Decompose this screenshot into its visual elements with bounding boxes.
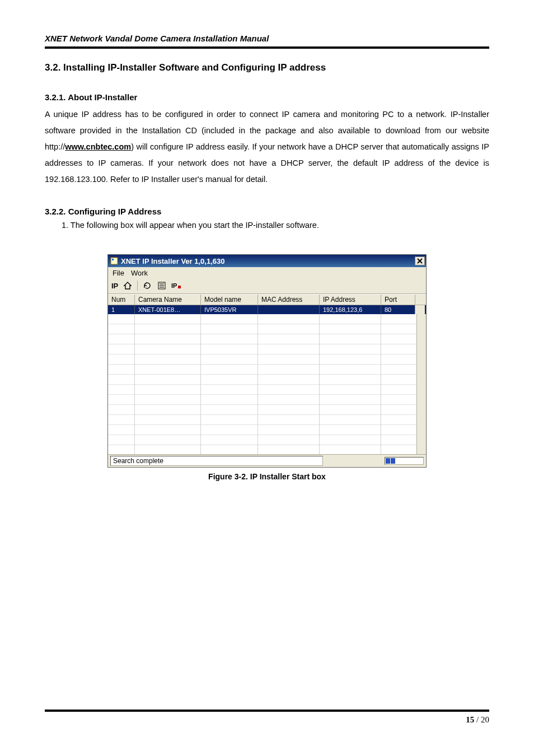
menu-file[interactable]: File (113, 269, 124, 277)
cell-model: IVP5035VR (201, 305, 258, 314)
website-link[interactable]: www.cnbtec.com (65, 142, 131, 151)
list-header: Num Camera Name Model name MAC Address I… (108, 294, 426, 305)
list-row-selected[interactable]: 1 XNET-001E8… IVP5035VR 192,168,123,6 80 (108, 305, 426, 314)
close-icon (417, 258, 423, 264)
divider-top (45, 46, 489, 49)
status-text: Search complete (110, 456, 323, 466)
list-icon (157, 281, 166, 290)
page-total: 20 (481, 715, 489, 724)
refresh-icon (143, 281, 152, 290)
svg-rect-0 (111, 258, 118, 264)
cell-port: 80 (381, 305, 415, 314)
toolbar-home-button[interactable] (121, 280, 134, 291)
page-sep: / (474, 715, 481, 724)
page-number: 15 / 20 (45, 715, 489, 725)
figure-caption: Figure 3-2. IP Installer Start box (45, 472, 489, 481)
col-header-ip[interactable]: IP Address (320, 295, 381, 305)
svg-text:IP: IP (171, 282, 177, 289)
toolbar-list-button[interactable] (156, 280, 168, 291)
app-icon (110, 257, 118, 265)
subsection-2-title: 3.2.2. Configuring IP Address (45, 207, 489, 216)
progress-bar (385, 457, 424, 465)
col-header-camera[interactable]: Camera Name (135, 295, 201, 305)
device-list: Num Camera Name Model name MAC Address I… (108, 294, 426, 454)
window-title: XNET IP Installer Ver 1,0,1,630 (121, 257, 415, 265)
doc-header: XNET Network Vandal Dome Camera Installa… (45, 34, 489, 43)
toolbar-separator (137, 281, 138, 291)
col-header-num[interactable]: Num (108, 295, 135, 305)
paragraph-about: A unique IP address has to be configured… (45, 106, 489, 188)
step-1: 1. The following box will appear when yo… (62, 221, 489, 230)
col-header-model[interactable]: Model name (201, 295, 258, 305)
toolbar-ip-button[interactable]: IP (170, 280, 182, 291)
svg-rect-1 (112, 259, 114, 260)
scrollbar[interactable] (416, 314, 426, 454)
col-header-mac[interactable]: MAC Address (258, 295, 320, 305)
empty-rows (108, 314, 426, 454)
cell-num: 1 (108, 305, 135, 314)
subsection-1-title: 3.2.1. About IP-Installer (45, 92, 489, 102)
section-title: 3.2. Installing IP-Installer Software an… (45, 62, 489, 73)
toolbar-ip-label: IP (111, 282, 118, 290)
scroll-header-stub (415, 295, 425, 305)
home-icon (123, 281, 132, 290)
svg-rect-9 (178, 286, 181, 288)
divider-bottom (45, 710, 489, 712)
window-titlebar[interactable]: XNET IP Installer Ver 1,0,1,630 (108, 255, 426, 267)
page-current: 15 (466, 715, 474, 724)
toolbar-refresh-button[interactable] (141, 280, 153, 291)
close-button[interactable] (415, 256, 425, 265)
col-header-port[interactable]: Port (381, 295, 415, 305)
menubar: File Work (108, 267, 426, 279)
ip-installer-window: XNET IP Installer Ver 1,0,1,630 File Wor… (107, 254, 427, 468)
menu-work[interactable]: Work (131, 269, 148, 277)
ip-icon: IP (171, 281, 181, 290)
statusbar: Search complete (108, 454, 426, 467)
cell-camera: XNET-001E8… (135, 305, 201, 314)
scroll-row-stub (415, 305, 425, 314)
cell-mac (258, 305, 320, 314)
cell-ip: 192,168,123,6 (320, 305, 381, 314)
toolbar: IP IP (108, 279, 426, 294)
